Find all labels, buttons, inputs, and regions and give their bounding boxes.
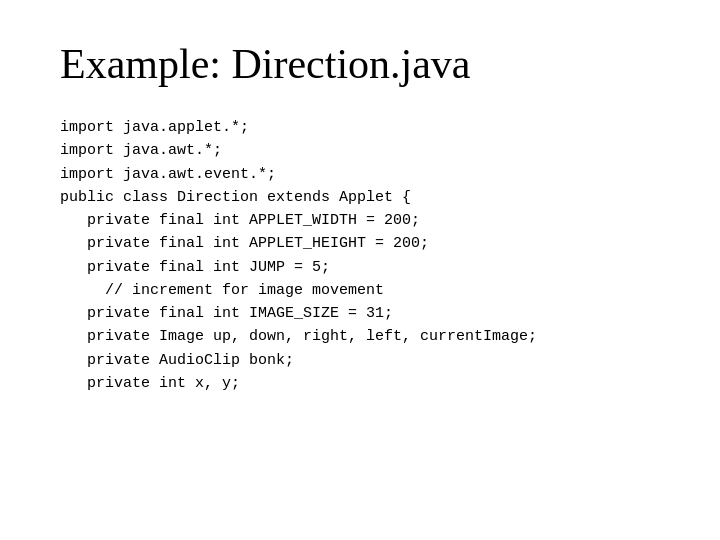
code-block: import java.applet.*; import java.awt.*;… <box>60 116 660 395</box>
slide-container: Example: Direction.java import java.appl… <box>0 0 720 540</box>
slide-title: Example: Direction.java <box>60 40 660 88</box>
